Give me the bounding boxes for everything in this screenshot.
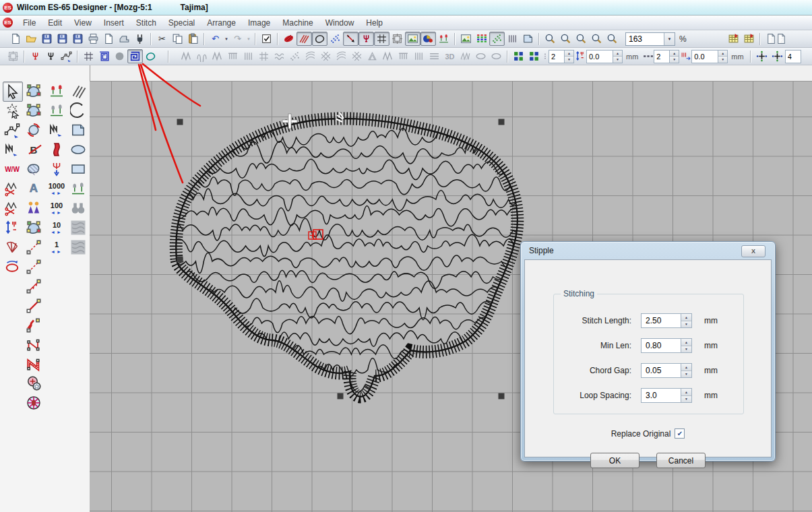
jump-10-tool[interactable]: 10◄► bbox=[47, 218, 66, 237]
stitch-loop-b-icon[interactable] bbox=[489, 49, 504, 63]
buttonhole-tool[interactable] bbox=[24, 374, 43, 393]
penetration-red-icon[interactable] bbox=[28, 49, 43, 63]
cut-icon[interactable]: ✂ bbox=[154, 32, 170, 46]
trapunto-shape-icon[interactable] bbox=[143, 49, 158, 63]
spin-down-icon[interactable]: ▼ bbox=[718, 57, 727, 63]
spin-down-icon[interactable]: ▼ bbox=[681, 396, 691, 403]
spiral-fill-icon[interactable] bbox=[96, 49, 112, 63]
save-as-machine-icon[interactable] bbox=[55, 32, 70, 46]
zoom-box-icon[interactable] bbox=[573, 32, 589, 46]
arc-tool[interactable] bbox=[69, 101, 88, 120]
jump-1-tool[interactable]: 1◄► bbox=[47, 238, 66, 257]
circle-fill-icon[interactable] bbox=[112, 49, 127, 63]
stitch-run-icon[interactable] bbox=[427, 49, 442, 63]
hoop-layout-icon[interactable] bbox=[5, 49, 21, 63]
stitch-feather-icon[interactable] bbox=[458, 49, 473, 63]
view-penetrations-icon[interactable] bbox=[358, 32, 374, 46]
length-adjust-tool[interactable] bbox=[3, 218, 22, 237]
no-backdrop-tool[interactable]: B bbox=[24, 140, 43, 159]
array-corner-icon[interactable] bbox=[770, 49, 785, 63]
stitch-fancy-icon[interactable] bbox=[303, 49, 318, 63]
reshape-hat-tool[interactable] bbox=[24, 218, 43, 237]
stitch-zigzag2-icon[interactable] bbox=[380, 49, 396, 63]
fill-area-tool[interactable] bbox=[24, 160, 43, 179]
open-object-tool[interactable] bbox=[24, 335, 43, 354]
spin-up-icon[interactable]: ▲ bbox=[681, 314, 691, 321]
bitmap-tool-icon[interactable] bbox=[458, 32, 474, 46]
spin-down-icon[interactable]: ▼ bbox=[670, 57, 679, 63]
color-film-icon[interactable] bbox=[489, 32, 505, 46]
view-artwork-icon[interactable] bbox=[420, 32, 436, 46]
stitch-lattice-icon[interactable] bbox=[318, 49, 334, 63]
stipple-sample-tool[interactable] bbox=[69, 238, 88, 257]
undo-dropdown-icon[interactable]: ▼ bbox=[223, 37, 230, 41]
needle-drop-tool[interactable] bbox=[47, 160, 66, 179]
binoculars-tool[interactable] bbox=[69, 199, 88, 218]
select-tool[interactable] bbox=[3, 82, 23, 102]
zoom-all-icon[interactable] bbox=[558, 32, 573, 46]
spin-down-icon[interactable]: ▼ bbox=[681, 371, 691, 378]
edge-input[interactable] bbox=[786, 51, 801, 63]
view-picture-icon[interactable] bbox=[405, 32, 420, 46]
new-icon[interactable] bbox=[8, 32, 24, 46]
view-outlines-icon[interactable] bbox=[312, 32, 327, 46]
loop-spacing-input[interactable] bbox=[642, 389, 681, 402]
menu-window[interactable]: Window bbox=[319, 17, 361, 29]
closed-object-tool[interactable] bbox=[24, 355, 43, 374]
stitch-estitch-icon[interactable] bbox=[225, 49, 241, 63]
arrow-line-tool[interactable] bbox=[24, 277, 43, 296]
array-center-icon[interactable] bbox=[754, 49, 770, 63]
view-flowers-icon[interactable] bbox=[436, 32, 451, 46]
stitch-program-split-icon[interactable] bbox=[272, 49, 287, 63]
export-window-icon[interactable] bbox=[520, 32, 536, 46]
reshape-object-tool[interactable] bbox=[24, 101, 43, 120]
dashed-line-tool[interactable] bbox=[24, 238, 43, 257]
read-design-from-table-icon[interactable] bbox=[741, 32, 757, 46]
cancel-button[interactable]: Cancel bbox=[656, 453, 706, 468]
view-grid-icon[interactable] bbox=[374, 32, 389, 46]
ellipse-tool[interactable] bbox=[69, 140, 88, 159]
replace-original-checkbox[interactable]: ✔ bbox=[675, 428, 685, 439]
fan-fill-tool[interactable] bbox=[3, 238, 22, 257]
run-line-tool[interactable] bbox=[24, 296, 43, 315]
flower-disabled-tool[interactable] bbox=[69, 179, 88, 198]
zoom-in-icon[interactable] bbox=[589, 32, 604, 46]
lettering-tool[interactable]: A bbox=[24, 179, 43, 198]
write-design-to-table-icon[interactable] bbox=[726, 32, 741, 46]
spin-up-icon[interactable]: ▲ bbox=[718, 51, 727, 57]
copy-icon[interactable] bbox=[170, 32, 185, 46]
menu-help[interactable]: Help bbox=[360, 17, 389, 29]
jump-100-tool[interactable]: 100◄► bbox=[47, 199, 66, 218]
flower-insert-tool[interactable] bbox=[47, 82, 66, 100]
rotate-tool[interactable] bbox=[24, 121, 43, 139]
chord-gap-input[interactable] bbox=[642, 364, 681, 377]
thread-colors-icon[interactable] bbox=[474, 32, 489, 46]
stitch-loop-a-icon[interactable] bbox=[473, 49, 489, 63]
menu-file[interactable]: File bbox=[17, 17, 42, 29]
column-input-tool[interactable] bbox=[47, 140, 66, 159]
object-properties-icon[interactable] bbox=[259, 32, 274, 46]
stitch-list-icon[interactable] bbox=[505, 32, 520, 46]
connect-machine-icon[interactable] bbox=[132, 32, 148, 46]
write-to-machine-icon[interactable] bbox=[117, 32, 132, 46]
mirror-merge-v-icon[interactable] bbox=[526, 49, 542, 63]
close-icon[interactable]: X bbox=[741, 245, 766, 257]
zigzag-line-tool[interactable] bbox=[24, 316, 43, 335]
cut-needle-tool[interactable] bbox=[3, 199, 22, 218]
add-node-icon[interactable] bbox=[59, 49, 74, 63]
row-offset-input[interactable] bbox=[587, 51, 613, 63]
menu-image[interactable]: Image bbox=[242, 17, 276, 29]
trim-stitches-tool[interactable] bbox=[3, 179, 22, 198]
flower-gray-tool[interactable] bbox=[47, 101, 66, 120]
open-curve-tool[interactable] bbox=[3, 121, 22, 139]
save-icon[interactable] bbox=[39, 32, 55, 46]
menu-special[interactable]: Special bbox=[162, 17, 201, 29]
pattern-fill-icon[interactable] bbox=[81, 49, 96, 63]
penetration-dark-icon[interactable] bbox=[43, 49, 59, 63]
toolbar-grip-icon[interactable] bbox=[542, 49, 549, 63]
stitch-tatami-icon[interactable] bbox=[256, 49, 272, 63]
spin-up-icon[interactable]: ▲ bbox=[681, 389, 691, 396]
reshape-tool[interactable] bbox=[24, 82, 43, 100]
column-offset-input[interactable] bbox=[692, 51, 718, 63]
zoom-out-icon[interactable] bbox=[604, 32, 620, 46]
